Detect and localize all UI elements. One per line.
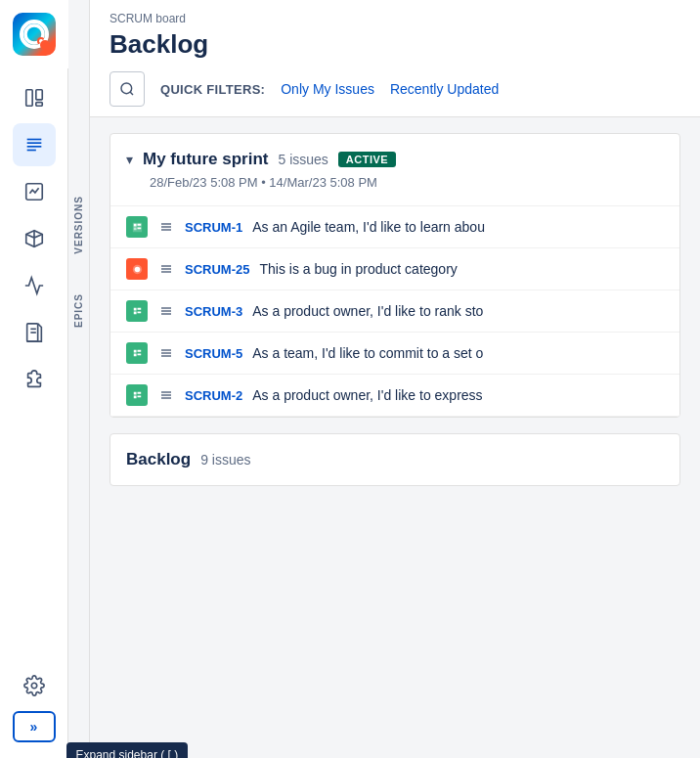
sprint-section: ▾ My future sprint 5 issues ACTIVE 28/Fe… xyxy=(109,133,680,418)
versions-label[interactable]: VERSIONS xyxy=(73,196,84,254)
issue-priority-icon xyxy=(157,302,175,320)
svg-point-1 xyxy=(37,37,45,45)
expand-sidebar-button[interactable]: » xyxy=(13,711,56,742)
sidebar-nav xyxy=(13,68,56,664)
sidebar-item-addons[interactable] xyxy=(13,358,56,401)
issue-list: SCRUM-1 As an Agile team, I'd like to le… xyxy=(110,205,679,417)
vertical-labels-panel: VERSIONS EPICS xyxy=(68,0,90,758)
sidebar-item-reports[interactable] xyxy=(13,170,56,213)
table-row[interactable]: SCRUM-1 As an Agile team, I'd like to le… xyxy=(110,206,679,248)
table-row[interactable]: SCRUM-5 As a team, I'd like to commit to… xyxy=(110,333,679,375)
issue-type-story-icon xyxy=(126,384,148,406)
sidebar-item-insights[interactable] xyxy=(13,264,56,307)
issue-key: SCRUM-1 xyxy=(185,220,242,235)
table-row[interactable]: SCRUM-2 As a product owner, I'd like to … xyxy=(110,375,679,417)
sidebar-item-backlog[interactable] xyxy=(13,123,56,166)
backlog-section: Backlog 9 issues xyxy=(109,433,680,486)
backlog-name: Backlog xyxy=(126,450,191,469)
issue-summary: As an Agile team, I'd like to learn abou xyxy=(252,219,485,235)
backlog-issues-count: 9 issues xyxy=(200,452,250,468)
sprint-collapse-button[interactable]: ▾ xyxy=(126,152,133,167)
svg-point-14 xyxy=(31,683,37,689)
svg-rect-3 xyxy=(25,90,31,107)
app-logo[interactable] xyxy=(0,0,68,68)
table-row[interactable]: SCRUM-3 As a product owner, I'd like to … xyxy=(110,290,679,333)
epics-label[interactable]: EPICS xyxy=(73,293,84,328)
svg-line-16 xyxy=(130,92,133,95)
sidebar-item-pages[interactable] xyxy=(13,311,56,354)
backlog-title-row: Backlog 9 issues xyxy=(126,450,664,469)
content-area: ▾ My future sprint 5 issues ACTIVE 28/Fe… xyxy=(90,117,700,758)
svg-point-0 xyxy=(25,25,43,43)
issue-priority-icon xyxy=(157,260,175,278)
issue-key: SCRUM-25 xyxy=(185,262,249,277)
sprint-title-row: ▾ My future sprint 5 issues ACTIVE xyxy=(126,150,664,169)
issue-priority-icon xyxy=(157,386,175,404)
page-title: Backlog xyxy=(109,29,680,60)
sidebar-item-releases[interactable] xyxy=(13,217,56,260)
sidebar-item-board[interactable] xyxy=(13,76,56,119)
svg-rect-5 xyxy=(35,103,41,107)
sprint-issues-count: 5 issues xyxy=(278,152,328,167)
main-content: SCRUM board Backlog QUICK FILTERS: Only … xyxy=(90,0,700,758)
header: SCRUM board Backlog QUICK FILTERS: Only … xyxy=(90,0,700,117)
issue-summary: This is a bug in product category xyxy=(259,261,457,277)
sprint-header: ▾ My future sprint 5 issues ACTIVE 28/Fe… xyxy=(110,134,679,198)
sidebar-bottom: » Expand sidebar ( [ ) xyxy=(13,664,56,758)
search-icon xyxy=(119,81,135,97)
issue-key: SCRUM-2 xyxy=(185,388,242,403)
issue-type-story-icon xyxy=(126,342,148,364)
issue-key: SCRUM-3 xyxy=(185,304,242,319)
sidebar: » Expand sidebar ( [ ) xyxy=(0,0,68,758)
recently-updated-filter[interactable]: Recently Updated xyxy=(390,81,499,97)
sprint-name: My future sprint xyxy=(143,150,268,169)
table-row[interactable]: SCRUM-25 This is a bug in product catego… xyxy=(110,248,679,290)
issue-summary: As a product owner, I'd like to express xyxy=(252,387,482,403)
quick-filters-label: QUICK FILTERS: xyxy=(160,82,265,97)
svg-point-15 xyxy=(121,83,132,94)
svg-point-21 xyxy=(134,266,140,272)
search-box[interactable] xyxy=(109,71,145,107)
issue-summary: As a product owner, I'd like to rank sto xyxy=(252,303,483,319)
breadcrumb: SCRUM board xyxy=(109,12,680,25)
issue-key: SCRUM-5 xyxy=(185,346,242,361)
logo-icon xyxy=(13,13,56,56)
issue-type-bug-icon xyxy=(126,258,148,280)
svg-point-2 xyxy=(39,39,43,43)
expand-tooltip: Expand sidebar ( [ ) xyxy=(66,742,189,758)
issue-priority-icon xyxy=(157,344,175,362)
only-my-issues-filter[interactable]: Only My Issues xyxy=(281,81,374,97)
issue-summary: As a team, I'd like to commit to a set o xyxy=(252,345,483,361)
sidebar-item-settings[interactable] xyxy=(13,664,56,707)
sprint-active-badge: ACTIVE xyxy=(338,152,396,167)
issue-type-story-icon xyxy=(126,300,148,322)
svg-rect-4 xyxy=(35,90,41,100)
issue-priority-icon xyxy=(157,218,175,236)
toolbar: QUICK FILTERS: Only My Issues Recently U… xyxy=(109,71,680,116)
sprint-dates: 28/Feb/23 5:08 PM • 14/Mar/23 5:08 PM xyxy=(126,175,664,190)
issue-type-story-icon xyxy=(126,216,148,238)
